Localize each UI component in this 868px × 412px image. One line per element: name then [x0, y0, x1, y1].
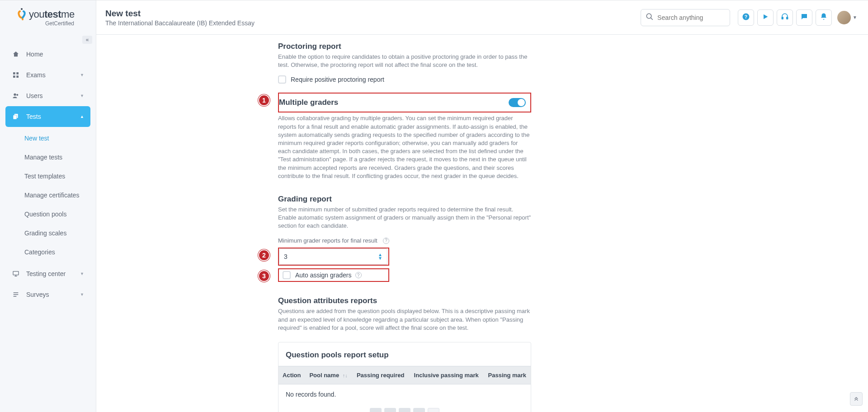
subnav-manage-certificates[interactable]: Manage certificates: [18, 186, 90, 205]
col-action[interactable]: Action: [278, 366, 305, 384]
sidebar-item-testing-center[interactable]: Testing center ▼: [5, 263, 90, 284]
pager-last[interactable]: [413, 408, 425, 412]
sidebar-item-label: Home: [26, 51, 43, 58]
annotation-badge-2: 2: [258, 249, 270, 261]
chevron-down-icon: ▼: [80, 292, 84, 297]
chevron-down-icon: ▼: [80, 272, 84, 276]
grid-icon: [12, 71, 20, 79]
svg-point-5: [14, 94, 16, 96]
pools-table: Action Pool name ↑↓ Passing required Inc…: [278, 366, 531, 404]
sidebar-item-tests[interactable]: Tests ▲: [5, 106, 90, 127]
chevron-down-icon: ▼: [80, 94, 84, 98]
tests-submenu: New test Manage tests Test templates Man…: [5, 127, 90, 263]
proctoring-section-title: Proctoring report: [278, 42, 531, 51]
stepper-down-icon[interactable]: ▼: [378, 257, 382, 260]
headset-icon: [781, 13, 789, 22]
subnav-categories[interactable]: Categories: [18, 243, 90, 262]
home-icon: [12, 51, 20, 58]
form-content: Proctoring report Enable the option to r…: [278, 35, 531, 412]
sidebar: youtestme GetCertified « Home Exams ▼: [0, 0, 96, 412]
auto-assign-graders-row[interactable]: Auto assign graders ?: [283, 271, 385, 279]
checkbox-label: Auto assign graders: [295, 272, 352, 279]
col-pool-name[interactable]: Pool name ↑↓: [305, 366, 352, 384]
double-chevron-up-icon: [853, 395, 859, 403]
checkbox-label: Require positive proctoring report: [291, 76, 384, 83]
svg-point-10: [646, 14, 651, 19]
svg-rect-4: [16, 75, 19, 78]
main-nav: Home Exams ▼ Users ▼ Tests: [0, 44, 96, 305]
auto-assign-graders-checkbox[interactable]: [283, 271, 291, 279]
col-passing-required[interactable]: Passing required: [352, 366, 409, 384]
col-inclusive-passing-mark[interactable]: Inclusive passing mark: [409, 366, 484, 384]
sidebar-item-users[interactable]: Users ▼: [5, 85, 90, 106]
search-input[interactable]: [657, 14, 736, 21]
subnav-test-templates[interactable]: Test templates: [18, 167, 90, 186]
pager-next[interactable]: [399, 408, 410, 412]
headset-button[interactable]: [777, 9, 793, 26]
user-avatar[interactable]: [837, 11, 851, 24]
pager-page-size[interactable]: [428, 408, 439, 412]
svg-rect-1: [13, 72, 15, 75]
sidebar-item-label: Users: [26, 92, 43, 99]
sort-icon[interactable]: ↑↓: [343, 373, 348, 378]
sidebar-item-home[interactable]: Home: [5, 44, 90, 65]
svg-rect-2: [16, 72, 19, 75]
svg-text:?: ?: [745, 14, 747, 19]
multiple-graders-desc: Allows collaborative grading by multiple…: [278, 114, 531, 180]
logo-text: youtestme: [29, 9, 75, 20]
play-button[interactable]: [757, 9, 774, 26]
logo-subtext: GetCertified: [45, 20, 74, 27]
help-button[interactable]: ?: [738, 9, 754, 26]
min-grader-reports-label: Minimum grader reports for final result: [278, 237, 377, 244]
pager-prev[interactable]: [384, 408, 396, 412]
scroll-to-top-button[interactable]: [850, 392, 863, 406]
min-grader-reports-input[interactable]: 3 ▲ ▼: [279, 248, 387, 265]
sidebar-item-exams[interactable]: Exams ▼: [5, 65, 90, 85]
sidebar-item-label: Testing center: [26, 270, 66, 277]
question-pools-report-box: Question pools report setup Action Pool …: [278, 342, 531, 412]
monitor-icon: [12, 270, 20, 277]
subnav-manage-tests[interactable]: Manage tests: [18, 148, 90, 167]
help-icon[interactable]: ?: [383, 238, 389, 244]
global-search[interactable]: [641, 9, 730, 26]
require-positive-proctoring-row[interactable]: Require positive proctoring report: [278, 75, 531, 84]
sidebar-item-label: Exams: [26, 71, 46, 79]
table-empty-row: No records found.: [278, 384, 531, 405]
multiple-graders-title: Multiple graders: [279, 98, 338, 107]
chevron-down-icon[interactable]: ▼: [853, 15, 857, 20]
annotation-badge-3: 3: [258, 270, 270, 282]
multiple-graders-toggle[interactable]: [509, 98, 526, 107]
sidebar-item-surveys[interactable]: Surveys ▼: [5, 284, 90, 305]
bell-icon: [820, 13, 828, 22]
collapse-sidebar-button[interactable]: «: [82, 36, 92, 44]
chat-button[interactable]: [796, 9, 812, 26]
search-icon: [646, 13, 654, 22]
svg-point-6: [16, 94, 18, 96]
min-grader-reports-value: 3: [284, 253, 288, 260]
annotation-badge-1: 1: [258, 94, 270, 106]
chevron-left-icon: «: [86, 37, 89, 43]
svg-point-0: [21, 8, 23, 10]
grading-report-desc: Set the minimum number of submitted grad…: [278, 206, 531, 230]
users-icon: [12, 92, 20, 99]
copy-icon: [12, 113, 20, 120]
chat-icon: [800, 13, 808, 22]
notifications-button[interactable]: [816, 9, 832, 26]
help-icon[interactable]: ?: [355, 272, 362, 278]
pagination: [278, 404, 531, 412]
grading-report-title: Grading report: [278, 195, 531, 204]
logo[interactable]: youtestme GetCertified: [0, 0, 96, 30]
subnav-question-pools[interactable]: Question pools: [18, 205, 90, 224]
help-icon: ?: [742, 13, 750, 22]
question-attributes-title: Question attributes reports: [278, 296, 531, 305]
col-passing-mark[interactable]: Passing mark: [484, 366, 531, 384]
require-positive-proctoring-checkbox[interactable]: [278, 75, 286, 84]
subnav-grading-scales[interactable]: Grading scales: [18, 224, 90, 243]
question-attributes-desc: Questions are added from the question po…: [278, 307, 531, 332]
logo-mark-icon: [17, 8, 26, 21]
subnav-new-test[interactable]: New test: [18, 129, 90, 148]
pools-report-heading: Question pools report setup: [278, 342, 531, 366]
empty-message: No records found.: [278, 384, 531, 405]
page-subtitle: The International Baccalaureate (IB) Ext…: [105, 19, 255, 27]
pager-first[interactable]: [370, 408, 382, 412]
